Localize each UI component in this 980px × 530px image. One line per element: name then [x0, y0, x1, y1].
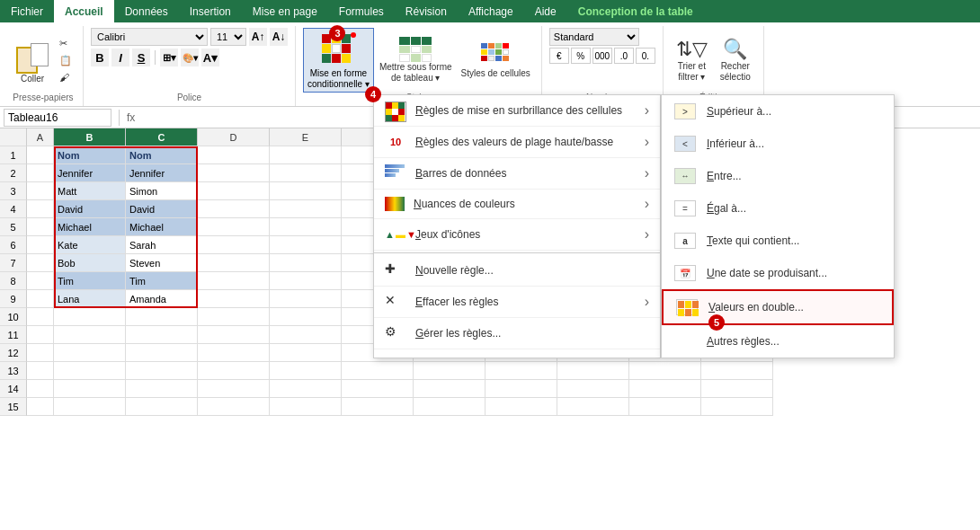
- cell-extra-8-0[interactable]: [270, 272, 342, 290]
- cell-c-5[interactable]: Michael: [126, 218, 198, 236]
- cell-d-8[interactable]: [198, 272, 270, 290]
- cell-extra-14-6[interactable]: [701, 380, 773, 398]
- cell-d-10[interactable]: [198, 308, 270, 326]
- font-color-button[interactable]: A▾: [201, 49, 219, 66]
- cell-a-14[interactable]: [27, 380, 54, 398]
- cell-a-8[interactable]: [27, 272, 54, 290]
- cell-extra-6-0[interactable]: [270, 236, 342, 254]
- col-header-b[interactable]: B: [54, 128, 126, 146]
- font-name-select[interactable]: Calibri: [91, 28, 208, 46]
- cell-c-10[interactable]: [126, 308, 198, 326]
- cell-c-6[interactable]: Sarah: [126, 236, 198, 254]
- cell-extra-4-0[interactable]: [270, 200, 342, 218]
- fx-label[interactable]: fx: [127, 111, 135, 124]
- cell-c-1[interactable]: Nom: [126, 146, 198, 164]
- col-header-e[interactable]: E: [270, 128, 342, 146]
- col-header-a[interactable]: A: [27, 128, 54, 146]
- dropdown-new-rule[interactable]: ✚ Nouvelle règle...: [374, 255, 660, 287]
- font-size-select[interactable]: 11: [210, 28, 246, 46]
- cell-d-4[interactable]: [198, 200, 270, 218]
- sort-filter-button[interactable]: ⇅▽ Trier etfiltrer ▾: [671, 34, 713, 86]
- cell-extra-15-0[interactable]: [270, 398, 342, 416]
- cell-a-2[interactable]: [27, 164, 54, 182]
- cell-d-2[interactable]: [198, 164, 270, 182]
- cell-extra-14-3[interactable]: [486, 380, 557, 398]
- cell-d-13[interactable]: [198, 362, 270, 380]
- cell-a-11[interactable]: [27, 326, 54, 344]
- cell-extra-14-5[interactable]: [629, 380, 701, 398]
- tab-insertion[interactable]: Insertion: [179, 0, 242, 22]
- cell-d-6[interactable]: [198, 236, 270, 254]
- cell-a-6[interactable]: [27, 236, 54, 254]
- cell-b-6[interactable]: Kate: [54, 236, 126, 254]
- cell-a-7[interactable]: [27, 254, 54, 272]
- cell-a-15[interactable]: [27, 398, 54, 416]
- cell-d-5[interactable]: [198, 218, 270, 236]
- cell-extra-14-0[interactable]: [270, 380, 342, 398]
- cell-c-14[interactable]: [126, 380, 198, 398]
- cell-a-12[interactable]: [27, 344, 54, 362]
- tab-fichier[interactable]: Fichier: [0, 0, 54, 22]
- cell-extra-12-0[interactable]: [270, 344, 342, 362]
- tab-affichage[interactable]: Affichage: [458, 0, 524, 22]
- cell-extra-15-4[interactable]: [557, 398, 629, 416]
- submenu-duplicate[interactable]: 5 Valeurs en double...: [662, 289, 894, 325]
- paste-button[interactable]: Coller: [11, 34, 54, 87]
- tab-donnees[interactable]: Données: [114, 0, 179, 22]
- increase-decimal-button[interactable]: .0: [614, 48, 634, 64]
- cell-b-14[interactable]: [54, 380, 126, 398]
- cell-extra-13-1[interactable]: [342, 362, 414, 380]
- cell-b-13[interactable]: [54, 362, 126, 380]
- submenu-equal[interactable]: = Égal à...: [662, 192, 894, 225]
- dropdown-data-bars[interactable]: Barres de données: [374, 158, 660, 190]
- cell-d-14[interactable]: [198, 380, 270, 398]
- format-conditionnel-button[interactable]: 3 Mise en formeconditionnelle ▾: [303, 28, 374, 93]
- percent-button[interactable]: %: [571, 48, 591, 64]
- cell-c-2[interactable]: Jennifer: [126, 164, 198, 182]
- cell-a-10[interactable]: [27, 308, 54, 326]
- cell-c-4[interactable]: David: [126, 200, 198, 218]
- search-button[interactable]: 🔍 Rechersélectio: [715, 34, 756, 86]
- cell-c-13[interactable]: [126, 362, 198, 380]
- cell-b-3[interactable]: Matt: [54, 182, 126, 200]
- cell-b-10[interactable]: [54, 308, 126, 326]
- italic-button[interactable]: I: [111, 49, 129, 66]
- bold-button[interactable]: B: [91, 49, 109, 66]
- tab-formules[interactable]: Formules: [328, 0, 395, 22]
- cell-b-9[interactable]: Lana: [54, 290, 126, 308]
- cell-d-15[interactable]: [198, 398, 270, 416]
- cell-a-1[interactable]: [27, 146, 54, 164]
- submenu-text-contains[interactable]: a Texte qui contient...: [662, 225, 894, 257]
- tab-accueil[interactable]: Accueil: [54, 0, 114, 22]
- cell-c-9[interactable]: Amanda: [126, 290, 198, 308]
- cell-extra-13-0[interactable]: [270, 362, 342, 380]
- cell-extra-15-2[interactable]: [414, 398, 486, 416]
- cell-extra-15-1[interactable]: [342, 398, 414, 416]
- cell-b-5[interactable]: Michael: [54, 218, 126, 236]
- cell-b-1[interactable]: Nom: [54, 146, 126, 164]
- cell-c-3[interactable]: Simon: [126, 182, 198, 200]
- cell-extra-14-1[interactable]: [342, 380, 414, 398]
- submenu-greater[interactable]: > Supérieur à...: [662, 95, 894, 128]
- decrease-font-button[interactable]: A↓: [270, 28, 288, 46]
- cell-b-8[interactable]: Tim: [54, 272, 126, 290]
- fill-color-button[interactable]: 🎨▾: [181, 49, 199, 66]
- submenu-date[interactable]: 📅 Une date se produisant...: [662, 257, 894, 289]
- cell-styles-button[interactable]: Styles de cellules: [458, 41, 534, 80]
- cell-extra-2-0[interactable]: [270, 164, 342, 182]
- cell-extra-14-2[interactable]: [414, 380, 486, 398]
- cell-extra-13-6[interactable]: [701, 362, 773, 380]
- cell-a-3[interactable]: [27, 182, 54, 200]
- cell-a-9[interactable]: [27, 290, 54, 308]
- dropdown-color-scales[interactable]: Nuances de couleurs: [374, 190, 660, 219]
- tab-mise-en-page[interactable]: Mise en page: [242, 0, 328, 22]
- format-painter-button[interactable]: 🖌: [56, 70, 76, 84]
- cell-b-4[interactable]: David: [54, 200, 126, 218]
- copy-button[interactable]: 📋: [56, 53, 76, 68]
- cell-extra-15-5[interactable]: [629, 398, 701, 416]
- cell-extra-13-2[interactable]: [414, 362, 486, 380]
- cell-d-1[interactable]: [198, 146, 270, 164]
- cell-extra-13-3[interactable]: [486, 362, 557, 380]
- cell-extra-13-5[interactable]: [629, 362, 701, 380]
- decrease-decimal-button[interactable]: 0.: [636, 48, 655, 64]
